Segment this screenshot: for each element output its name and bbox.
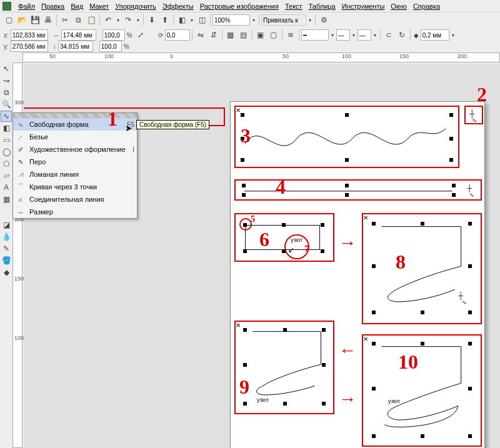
menu-tools[interactable]: Инструменты (339, 2, 388, 11)
freehand-tool[interactable]: ∿ (1, 111, 12, 122)
sx-field[interactable]: 100,0 (102, 29, 125, 41)
flyout-pen[interactable]: ✎ Перо (13, 156, 137, 168)
import-button[interactable]: ⬇ (146, 14, 158, 26)
sy-field[interactable]: 100,0 (99, 41, 122, 52)
menu-window[interactable]: Окно (388, 2, 410, 11)
outline-dropdown[interactable]: ▾ (450, 32, 456, 38)
text-tool[interactable]: A (1, 182, 12, 193)
artistic-icon: ✐ (16, 145, 26, 154)
h-field[interactable]: 34,815 мм (58, 41, 93, 52)
paste-button[interactable]: 📋 (85, 14, 98, 26)
ruler-horizontal: 50 100 0 50 100 150 200 (22, 52, 500, 62)
eyedropper-tool[interactable]: 💧 (1, 231, 12, 242)
fill-tool[interactable]: 🪣 (1, 255, 12, 266)
y-field[interactable]: 270,586 мм (11, 41, 48, 52)
crop-tool[interactable]: ⧉ (1, 87, 12, 98)
arrow-right-icon: → (339, 389, 356, 409)
launcher-dropdown[interactable]: ▾ (189, 17, 195, 23)
wrap-button[interactable]: ≋ (284, 29, 297, 41)
tofront-button[interactable]: ▣ (254, 29, 267, 41)
print-button[interactable]: 🖶 (42, 14, 54, 26)
options-button[interactable]: ⚙ (318, 14, 330, 26)
mirror-h-button[interactable]: ⇋ (194, 29, 207, 41)
new-button[interactable]: ▢ (2, 14, 15, 26)
annotation-box-9: узел (234, 321, 334, 414)
zoom-tool[interactable]: 🔍 (1, 99, 12, 110)
copy-button[interactable]: ⧉ (72, 14, 84, 26)
flyout-artistic[interactable]: ✐ Художественное оформление I (13, 143, 137, 156)
undo-dropdown[interactable]: ▾ (115, 17, 121, 23)
cursor-pointer-icon: ➤ (125, 123, 132, 133)
flyout-connector[interactable]: ⎌ Соединительная линия (13, 193, 137, 206)
table-tool[interactable]: ▦ (1, 194, 12, 205)
closepath-button[interactable]: ⊂ (382, 29, 395, 41)
wave-icon: ∿ (469, 192, 474, 198)
outline-tool[interactable]: ✎ (1, 243, 12, 254)
menu-help[interactable]: Справка (410, 2, 443, 11)
polygon-tool[interactable]: ⬠ (1, 158, 12, 169)
redo-button[interactable]: ↷ (122, 14, 134, 26)
annotation-box-6: узел ↙ (234, 213, 334, 262)
rectangle-tool[interactable]: ▭ (1, 134, 12, 146)
interactive-tool[interactable]: ◪ (1, 219, 12, 231)
linestyle-field[interactable]: ━ (301, 29, 329, 41)
arrange-button[interactable]: ▤ (238, 29, 250, 41)
redo-dropdown[interactable]: ▾ (135, 17, 141, 23)
lock-ratio-button[interactable]: ⤢ (134, 29, 147, 41)
zoom-dropdown[interactable]: ▾ (251, 17, 257, 23)
endarrow-dropdown[interactable]: ▾ (372, 32, 378, 38)
app-launcher-button[interactable]: ◧ (176, 14, 188, 26)
snap-label[interactable]: Привязать к (261, 14, 306, 26)
flyout-3point[interactable]: ⌒ Кривая через 3 точки (13, 181, 137, 193)
menu-file[interactable]: Файл (15, 2, 38, 11)
interactivefill-tool[interactable]: ◆ (1, 267, 12, 278)
ellipse-tool[interactable]: ◯ (1, 146, 12, 157)
basicshapes-tool[interactable]: ▱ (1, 170, 12, 181)
w-field[interactable]: 174,48 мм (61, 29, 96, 41)
undo-button[interactable]: ↶ (102, 14, 114, 26)
page[interactable]: ┼ ∿ ┼ ∿ узел ↙ (230, 101, 485, 448)
mirror-v-button[interactable]: ⇵ (208, 29, 220, 41)
zoom-field[interactable]: 100% (212, 14, 250, 26)
linestyle-dropdown[interactable]: ▾ (329, 32, 336, 38)
rot-field[interactable]: 0,0 (165, 29, 190, 41)
open-button[interactable]: 📂 (16, 14, 28, 26)
autoclose-button[interactable]: ↻ (396, 29, 408, 41)
smartfill-tool[interactable]: ◧ (1, 122, 12, 134)
x-field[interactable]: 102,833 мм (11, 29, 48, 41)
flyout-freehand[interactable]: ∿ Свободная форма F5 (13, 118, 137, 131)
flyout-polyline[interactable]: ⩘ Ломаная линия (13, 168, 137, 181)
menu-text[interactable]: Текст (282, 2, 306, 11)
flyout-dimension[interactable]: ↔ Размер (13, 206, 137, 218)
toback-button[interactable]: ▢ (268, 29, 280, 41)
menu-edit[interactable]: Правка (38, 2, 68, 11)
menu-arrange[interactable]: Упорядочить (112, 2, 159, 11)
welcome-button[interactable]: ◫ (196, 14, 208, 26)
menu-effects[interactable]: Эффекты (159, 2, 197, 11)
pick-tool[interactable]: ↖ (1, 63, 12, 74)
menu-table[interactable]: Таблица (306, 2, 339, 11)
save-button[interactable]: 💾 (29, 14, 41, 26)
annotation-num-4: 4 (276, 176, 286, 199)
flyout-grip[interactable] (13, 113, 137, 118)
annotation-num-7: 7 (304, 244, 309, 254)
startarrow-dropdown[interactable]: ▾ (351, 32, 357, 38)
node-label: узел (388, 398, 399, 404)
cut-button[interactable]: ✂ (59, 14, 71, 26)
export-button[interactable]: ⬆ (159, 14, 171, 26)
flyout-bezier[interactable]: ⟋ Безье (13, 131, 137, 143)
y-label: y: (2, 43, 10, 50)
menu-bitmaps[interactable]: Растровые изображения (197, 2, 282, 11)
menu-view[interactable]: Вид (68, 2, 86, 11)
startarrow-field[interactable]: — (336, 29, 350, 41)
outline-field[interactable]: 0,2 мм (421, 29, 449, 41)
wave-icon: ∿ (472, 117, 477, 124)
pen-icon: ✎ (16, 157, 26, 166)
endarrow-field[interactable]: — (358, 29, 371, 41)
shape-tool[interactable]: ↝ (1, 75, 12, 86)
node-label: узел (257, 397, 268, 403)
annotation-num-2: 2 (477, 83, 487, 106)
menu-layout[interactable]: Макет (86, 2, 112, 11)
snap-dropdown[interactable]: ▾ (307, 17, 313, 23)
ungroup-button[interactable]: ▦ (224, 29, 237, 41)
